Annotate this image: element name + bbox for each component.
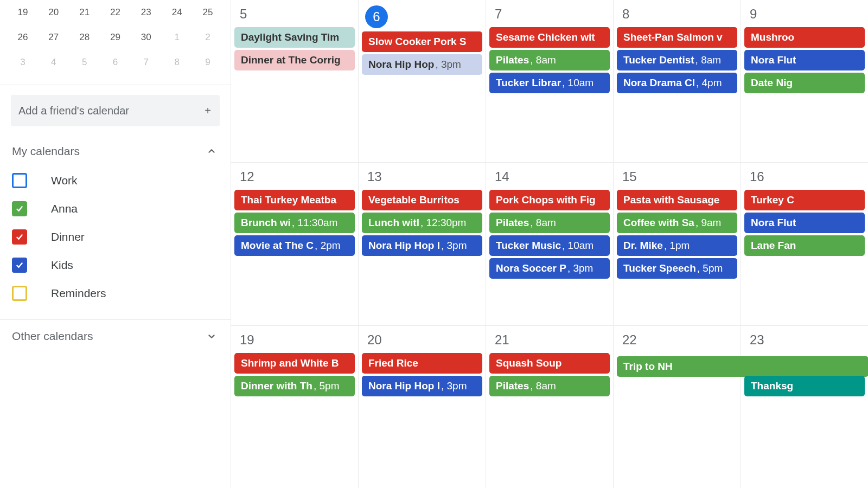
event[interactable]: Date Nig (744, 73, 865, 93)
mini-cal-day[interactable]: 8 (163, 50, 191, 75)
day-cell[interactable]: 13Vegetable BurritosLunch witl, 12:30pmN… (359, 163, 486, 325)
mini-cal-day[interactable]: 27 (40, 25, 68, 50)
day-cell[interactable]: 16Turkey CNora FlutLane Fan (741, 163, 868, 325)
mini-cal-day[interactable]: 22 (101, 0, 129, 25)
event[interactable]: Nora Hip Hop l, 3pm (362, 376, 482, 396)
mini-cal-day[interactable]: 3 (9, 50, 37, 75)
day-number: 20 (362, 329, 387, 353)
calendar-item-dinner[interactable]: Dinner (0, 223, 231, 251)
day-cell[interactable]: 15Pasta with SausageCoffee with Sa, 9amD… (614, 163, 741, 325)
event[interactable]: Thanksg (744, 376, 865, 396)
calendar-checkbox[interactable] (12, 229, 27, 245)
event[interactable]: Nora Hip Hop, 3pm (362, 54, 482, 75)
mini-cal-day[interactable]: 5 (71, 50, 99, 75)
my-calendars-header[interactable]: My calendars (0, 139, 231, 163)
mini-cal-day[interactable]: 2 (194, 25, 222, 50)
mini-cal-day[interactable]: 21 (71, 0, 99, 25)
mini-cal-day[interactable]: 30 (132, 25, 160, 50)
event[interactable]: Pilates, 8am (489, 376, 610, 396)
event-time: , 12:30pm (420, 217, 467, 229)
event[interactable]: Lunch witl, 12:30pm (362, 213, 482, 233)
event[interactable]: Vegetable Burritos (362, 190, 482, 210)
event-title: Fried Rice (368, 357, 418, 369)
day-cell[interactable]: 9MushrooNora FlutDate Nig (741, 0, 868, 162)
calendar-item-work[interactable]: Work (0, 166, 231, 195)
event[interactable]: Tucker Librar, 10am (489, 73, 610, 93)
calendar-checkbox[interactable] (12, 173, 27, 188)
event-time: , 8am (695, 54, 722, 66)
day-cell[interactable]: 20Fried RiceNora Hip Hop l, 3pm (359, 326, 486, 488)
add-friend-calendar[interactable]: Add a friend's calendar + (11, 95, 220, 126)
event[interactable]: Pork Chops with Fig (489, 190, 610, 210)
event[interactable]: Tucker Speech, 5pm (617, 258, 737, 279)
event[interactable]: Nora Flut (744, 50, 865, 70)
day-cell[interactable]: 21Squash SoupPilates, 8am (486, 326, 614, 488)
event[interactable]: Coffee with Sa, 9am (617, 213, 737, 233)
event[interactable]: Sheet-Pan Salmon v (617, 27, 737, 48)
event[interactable]: Nora Hip Hop l, 3pm (362, 235, 482, 256)
event[interactable]: Nora Drama Cl, 4pm (617, 73, 737, 93)
event-title: Pasta with Sausage (623, 194, 719, 206)
event[interactable]: Daylight Saving Tim (234, 27, 355, 48)
event[interactable]: Turkey C (744, 190, 865, 210)
calendar-checkbox[interactable] (12, 201, 27, 216)
day-cell[interactable]: 5Daylight Saving TimDinner at The Corrig (231, 0, 359, 162)
event[interactable]: Dinner at The Corrig (234, 50, 355, 70)
event-time: , 8am (530, 54, 556, 66)
event[interactable]: Sesame Chicken wit (489, 27, 610, 48)
event[interactable]: Nora Flut (744, 213, 865, 233)
mini-cal-day[interactable]: 24 (163, 0, 191, 25)
event[interactable]: Squash Soup (489, 353, 610, 374)
event[interactable]: Lane Fan (744, 235, 865, 256)
mini-cal-day[interactable]: 7 (132, 50, 160, 75)
day-number: 12 (234, 166, 260, 190)
mini-cal-day[interactable]: 29 (101, 25, 129, 50)
event[interactable]: Tucker Music, 10am (489, 235, 610, 256)
calendar-item-anna[interactable]: Anna (0, 195, 231, 223)
event[interactable]: Dr. Mike, 1pm (617, 235, 737, 256)
day-cell[interactable]: 8Sheet-Pan Salmon vTucker Dentist, 8amNo… (614, 0, 741, 162)
mini-cal-day[interactable]: 28 (71, 25, 99, 50)
mini-cal-day[interactable]: 26 (9, 25, 37, 50)
my-calendars-label: My calendars (12, 145, 80, 158)
event[interactable]: Mushroo (744, 27, 865, 48)
event-title: Coffee with Sa (623, 217, 694, 229)
event[interactable]: Pasta with Sausage (617, 190, 737, 210)
event[interactable]: Pilates, 8am (489, 50, 610, 70)
mini-cal-day[interactable]: 1 (163, 25, 191, 50)
day-cell[interactable]: 23Thanksg (741, 326, 868, 488)
calendar-checkbox[interactable] (12, 286, 27, 301)
event[interactable]: Thai Turkey Meatba (234, 190, 355, 210)
mini-cal-day[interactable]: 23 (132, 0, 160, 25)
day-cell[interactable]: 22Trip to NH (614, 326, 741, 488)
day-cell[interactable]: 7Sesame Chicken witPilates, 8amTucker Li… (486, 0, 614, 162)
mini-cal-day[interactable]: 20 (40, 0, 68, 25)
event-title: Squash Soup (496, 357, 561, 369)
event[interactable]: Nora Soccer P, 3pm (489, 258, 610, 279)
calendar-checkbox[interactable] (12, 258, 27, 273)
event-time: , 10am (562, 240, 593, 252)
mini-cal-day[interactable]: 25 (194, 0, 222, 25)
mini-cal-day[interactable]: 6 (101, 50, 129, 75)
other-calendars-header[interactable]: Other calendars (0, 324, 231, 348)
plus-icon[interactable]: + (205, 105, 211, 116)
event[interactable]: Fried Rice (362, 353, 482, 374)
mini-cal-day[interactable]: 19 (9, 0, 37, 25)
event[interactable]: Brunch wi, 11:30am (234, 213, 355, 233)
event[interactable]: Slow Cooker Pork S (362, 31, 482, 52)
day-cell[interactable]: 14Pork Chops with FigPilates, 8amTucker … (486, 163, 614, 325)
mini-cal-day[interactable]: 4 (40, 50, 68, 75)
event[interactable]: Shrimp and White B (234, 353, 355, 374)
event-title: Dinner at The Corrig (241, 54, 341, 66)
event-title: Nora Drama Cl (623, 77, 695, 89)
mini-cal-day[interactable]: 9 (194, 50, 222, 75)
event[interactable]: Dinner with Th, 5pm (234, 376, 355, 396)
event[interactable]: Movie at The C, 2pm (234, 235, 355, 256)
day-cell[interactable]: 19Shrimp and White BDinner with Th, 5pm (231, 326, 359, 488)
day-cell[interactable]: 6Slow Cooker Pork SNora Hip Hop, 3pm (359, 0, 486, 162)
calendar-item-reminders[interactable]: Reminders (0, 279, 231, 307)
calendar-item-kids[interactable]: Kids (0, 251, 231, 279)
event[interactable]: Tucker Dentist, 8am (617, 50, 737, 70)
event[interactable]: Pilates, 8am (489, 213, 610, 233)
day-cell[interactable]: 12Thai Turkey MeatbaBrunch wi, 11:30amMo… (231, 163, 359, 325)
